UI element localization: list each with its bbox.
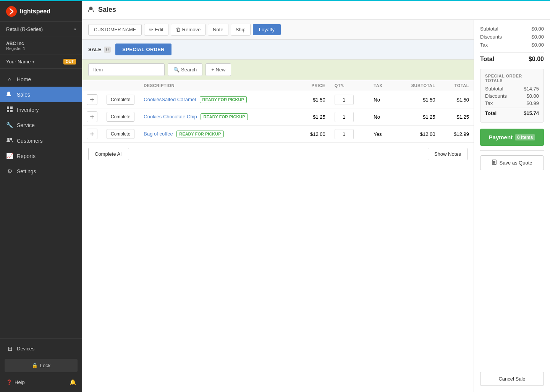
sidebar-item-home[interactable]: ⌂ Home	[0, 72, 82, 87]
bottom-section: 🖥 Devices 🔒 Lock ❓ Help 🔔	[0, 338, 82, 392]
qty-input[interactable]	[335, 129, 354, 139]
svg-rect-14	[92, 132, 92, 136]
edit-icon: ✏	[149, 27, 153, 32]
ship-button[interactable]: Ship	[231, 24, 251, 35]
complete-button[interactable]: Complete	[107, 112, 134, 122]
settings-icon: ⚙	[6, 168, 13, 175]
main-content: Sales CUSTOMER NAME ✏ Edit 🗑 Remove Note…	[82, 0, 550, 392]
discounts-row: Discounts $0.00	[480, 34, 544, 40]
svg-rect-5	[10, 110, 13, 112]
tax-label: Tax	[480, 42, 488, 48]
col-qty: QTY.	[330, 80, 369, 91]
item-link[interactable]: Bag of coffee	[144, 131, 173, 137]
chevron-down-icon: ▾	[74, 27, 76, 31]
sidebar-item-service[interactable]: 🔧 Service	[0, 118, 82, 133]
item-subtotal: $1.25	[394, 108, 440, 126]
complete-button[interactable]: Complete	[107, 95, 134, 105]
spacer	[480, 175, 544, 372]
special-order-button[interactable]: SPECIAL ORDER	[115, 44, 171, 55]
notification-bell-icon[interactable]: 🔔	[70, 379, 76, 385]
complete-all-button[interactable]: Complete All	[88, 148, 129, 160]
svg-rect-12	[92, 115, 92, 119]
item-total: $1.25	[440, 108, 474, 126]
remove-icon: 🗑	[176, 27, 181, 32]
page-title: Sales	[98, 6, 116, 14]
home-icon: ⌂	[6, 76, 13, 82]
ready-for-pickup-badge: READY FOR PICKUP	[201, 113, 247, 120]
logo-text: lightspeed	[20, 8, 50, 15]
sidebar-item-reports[interactable]: 📈 Reports	[0, 148, 82, 164]
sidebar-item-inventory[interactable]: Inventory	[0, 102, 82, 118]
edit-button[interactable]: ✏ Edit	[144, 24, 168, 35]
cancel-sale-button[interactable]: Cancel Sale	[480, 372, 544, 386]
subtotal-row: Subtotal $0.00	[480, 26, 544, 32]
table-row: Complete Cookies Chocolate Chip READY FO…	[82, 108, 474, 126]
sales-icon	[6, 91, 13, 98]
sidebar-item-settings[interactable]: ⚙ Settings	[0, 164, 82, 179]
help-button[interactable]: ❓ Help	[6, 379, 25, 385]
payment-button[interactable]: Payment 0 items	[480, 129, 544, 146]
item-search-input[interactable]	[88, 63, 165, 76]
store-name: Retail (R-Series)	[6, 26, 43, 32]
item-link[interactable]: Cookies Chocolate Chip	[144, 114, 197, 119]
out-badge: OUT	[63, 59, 76, 65]
loyalty-button[interactable]: Loyalty	[253, 24, 281, 35]
item-price: $12.00	[296, 126, 330, 143]
order-table: DESCRIPTION PRICE QTY. TAX SUBTOTAL TOTA…	[82, 80, 474, 143]
content-area: CUSTOMER NAME ✏ Edit 🗑 Remove Note Ship …	[82, 20, 550, 392]
svg-point-7	[10, 138, 12, 140]
lock-icon: 🔒	[32, 363, 38, 368]
sidebar-item-sales[interactable]: Sales	[0, 87, 82, 102]
delete-row-button[interactable]	[87, 111, 97, 122]
help-icon: ❓	[6, 379, 12, 385]
complete-button[interactable]: Complete	[107, 129, 134, 139]
svg-rect-4	[7, 110, 9, 112]
item-total: $1.50	[440, 91, 474, 108]
service-icon: 🔧	[6, 122, 13, 129]
topbar: Sales	[82, 0, 550, 20]
customer-name-button[interactable]: CUSTOMER NAME	[88, 24, 142, 35]
customer-bar: CUSTOMER NAME ✏ Edit 🗑 Remove Note Ship …	[82, 20, 474, 40]
quote-icon	[492, 160, 497, 166]
svg-rect-3	[10, 106, 13, 109]
table-row: Complete CookiesSalted Caramel READY FOR…	[82, 91, 474, 108]
qty-input[interactable]	[335, 112, 354, 122]
sidebar-item-label: Service	[17, 122, 35, 128]
svg-point-0	[6, 6, 17, 17]
payment-items-badge: 0 items	[515, 134, 535, 140]
sidebar-item-label: Settings	[17, 168, 36, 174]
tax-row: Tax $0.00	[480, 42, 544, 48]
customers-icon	[6, 137, 13, 144]
sale-tab: SALE 0	[88, 47, 111, 53]
search-icon: 🔍	[173, 67, 180, 73]
sidebar-item-label: Reports	[17, 153, 36, 159]
col-description: DESCRIPTION	[139, 80, 296, 91]
search-button[interactable]: 🔍 Search	[168, 63, 202, 76]
search-bar: 🔍 Search + New	[82, 60, 474, 80]
discounts-label: Discounts	[480, 34, 502, 40]
chevron-down-icon: ▾	[32, 60, 34, 64]
inventory-icon	[6, 106, 13, 113]
note-button[interactable]: Note	[208, 24, 228, 35]
delete-row-button[interactable]	[87, 129, 97, 139]
lock-button[interactable]: 🔒 Lock	[5, 359, 78, 372]
new-item-button[interactable]: + New	[205, 63, 231, 76]
help-row: ❓ Help 🔔	[0, 375, 82, 389]
remove-button[interactable]: 🗑 Remove	[171, 24, 205, 35]
sidebar-item-label: Customers	[17, 138, 43, 144]
show-notes-button[interactable]: Show Notes	[428, 148, 467, 160]
table-row: Complete Bag of coffee READY FOR PICKUP …	[82, 126, 474, 143]
discounts-value: $0.00	[531, 34, 544, 40]
subtotal-label: Subtotal	[480, 26, 498, 32]
qty-input[interactable]	[335, 95, 354, 105]
so-total-row: Total $15.74	[485, 108, 539, 116]
col-tax: TAX	[369, 80, 394, 91]
item-link[interactable]: CookiesSalted Caramel	[144, 97, 196, 102]
save-as-quote-button[interactable]: Save as Quote	[480, 155, 544, 170]
store-selector[interactable]: Retail (R-Series) ▾	[0, 22, 82, 37]
sidebar-item-customers[interactable]: Customers	[0, 133, 82, 148]
sidebar-item-devices[interactable]: 🖥 Devices	[0, 342, 82, 356]
reports-icon: 📈	[6, 153, 13, 160]
sidebar: lightspeed Retail (R-Series) ▾ ABC Inc R…	[0, 0, 82, 392]
delete-row-button[interactable]	[87, 94, 97, 105]
